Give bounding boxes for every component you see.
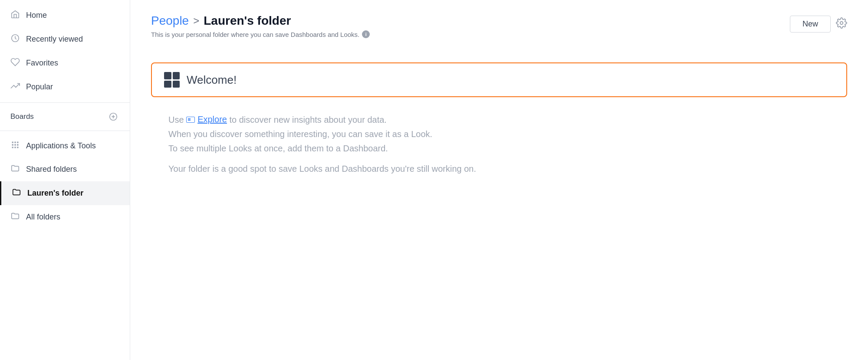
folder-shared-icon [10, 164, 20, 175]
breadcrumb-current: Lauren's folder [204, 14, 291, 28]
sidebar-item-favorites[interactable]: Favorites [0, 51, 130, 75]
svg-rect-12 [17, 147, 18, 148]
grid-cell-2 [173, 72, 180, 79]
sidebar-nav: Home Recently viewed Favorites [0, 3, 130, 99]
info-section: Use Explore to discover new insights abo… [151, 115, 847, 180]
sidebar-item-applications-tools-label: Applications & Tools [26, 141, 96, 151]
info-line-4: Your folder is a good spot to save Looks… [168, 164, 847, 174]
breadcrumb: People > Lauren's folder [151, 14, 370, 28]
welcome-title: Welcome! [187, 73, 237, 87]
top-bar: People > Lauren's folder This is your pe… [151, 14, 847, 59]
info-line-1: Use Explore to discover new insights abo… [168, 115, 847, 125]
svg-rect-5 [14, 142, 16, 143]
main-content: People > Lauren's folder This is your pe… [130, 0, 868, 360]
folder-active-icon [12, 187, 21, 199]
home-icon [10, 10, 20, 21]
sidebar-item-applications-tools[interactable]: Applications & Tools [0, 134, 130, 157]
svg-rect-10 [12, 147, 13, 148]
sidebar-item-laurens-folder-label: Lauren's folder [27, 189, 83, 198]
heart-icon [10, 57, 20, 69]
header-actions: New [790, 16, 847, 33]
svg-rect-11 [14, 147, 16, 148]
sidebar-item-home-label: Home [26, 11, 47, 20]
sidebar-item-popular[interactable]: Popular [0, 75, 130, 99]
info-icon[interactable]: i [362, 30, 370, 38]
info-line-2: When you discover something interesting,… [168, 129, 847, 139]
sidebar-item-favorites-label: Favorites [26, 59, 58, 68]
welcome-grid-icon [164, 72, 180, 88]
folder-all-icon [10, 211, 20, 223]
svg-rect-7 [12, 144, 13, 145]
settings-gear-icon[interactable] [836, 17, 847, 31]
sidebar-item-home[interactable]: Home [0, 3, 130, 27]
breadcrumb-separator: > [193, 15, 199, 27]
welcome-card: Welcome! [151, 62, 847, 97]
info-line-3: To see multiple Looks at once, add them … [168, 144, 847, 154]
trending-icon [10, 81, 20, 93]
page-subtitle: This is your personal folder where you c… [151, 30, 370, 38]
svg-rect-8 [14, 144, 16, 145]
svg-rect-4 [12, 142, 13, 143]
sidebar: Home Recently viewed Favorites [0, 0, 130, 360]
clock-icon [10, 33, 20, 45]
sidebar-divider-2 [0, 131, 130, 131]
explore-icon [186, 117, 195, 123]
grid-icon [10, 141, 20, 151]
grid-cell-4 [173, 81, 180, 88]
info-line-1-post: to discover new insights about your data… [227, 115, 387, 124]
sidebar-item-recently-viewed-label: Recently viewed [26, 35, 83, 44]
boards-add-button[interactable] [107, 111, 119, 123]
sidebar-item-recently-viewed[interactable]: Recently viewed [0, 27, 130, 51]
breadcrumb-people-link[interactable]: People [151, 14, 189, 28]
sidebar-item-shared-folders-label: Shared folders [26, 165, 77, 174]
boards-section-header: Boards [0, 106, 130, 127]
info-line-1-pre: Use [168, 115, 186, 124]
new-button[interactable]: New [790, 16, 831, 33]
sidebar-item-all-folders-label: All folders [26, 213, 60, 222]
explore-link-label: Explore [197, 115, 227, 124]
boards-section-title: Boards [10, 112, 34, 121]
grid-cell-1 [164, 72, 171, 79]
sidebar-item-laurens-folder[interactable]: Lauren's folder [0, 181, 130, 205]
svg-point-13 [840, 21, 843, 24]
sidebar-item-all-folders[interactable]: All folders [0, 205, 130, 229]
sidebar-divider-1 [0, 102, 130, 103]
header-left: People > Lauren's folder This is your pe… [151, 14, 370, 59]
grid-cell-3 [164, 81, 171, 88]
svg-rect-6 [17, 142, 18, 143]
svg-rect-9 [17, 144, 18, 145]
sidebar-item-popular-label: Popular [26, 82, 53, 92]
sidebar-item-shared-folders[interactable]: Shared folders [0, 157, 130, 181]
subtitle-text: This is your personal folder where you c… [151, 31, 359, 38]
explore-link[interactable]: Explore [186, 115, 227, 124]
